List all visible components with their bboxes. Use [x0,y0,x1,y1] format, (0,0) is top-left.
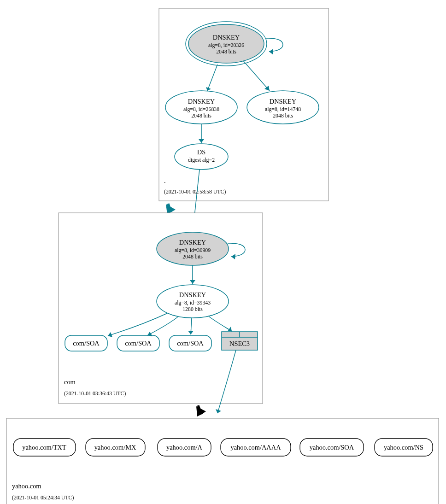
dnssec-graph: . (2021-10-01 02:58:58 UTC) DNSKEY alg=8… [0,0,446,504]
svg-text:yahoo.com/NS: yahoo.com/NS [384,444,423,451]
svg-text:DNSKEY: DNSKEY [213,34,240,41]
svg-text:2048 bits: 2048 bits [182,253,203,260]
zone-yahoo-label: yahoo.com [12,482,41,490]
svg-text:digest alg=2: digest alg=2 [188,157,215,163]
com-soa-1: com/SOA [65,335,107,351]
svg-text:yahoo.com/A: yahoo.com/A [166,444,203,451]
com-soa-2: com/SOA [117,335,159,351]
svg-marker-48 [196,406,206,416]
root-zsk: DNSKEY alg=8, id=26838 2048 bits [165,91,237,124]
svg-text:NSEC3: NSEC3 [229,340,250,347]
svg-text:yahoo.com/AAAA: yahoo.com/AAAA [230,444,281,451]
zone-root: . (2021-10-01 02:58:58 UTC) DNSKEY alg=8… [159,8,329,201]
svg-text:DNSKEY: DNSKEY [179,291,206,299]
root-zsk2: DNSKEY alg=8, id=14748 2048 bits [247,91,319,124]
com-soa-3: com/SOA [169,335,211,351]
zone-com-time: (2021-10-01 03:36:43 UTC) [64,390,126,397]
yahoo-rr-4: yahoo.com/SOA [300,439,364,456]
svg-text:yahoo.com/MX: yahoo.com/MX [94,444,136,451]
zone-com-label: com [64,378,76,386]
svg-text:DNSKEY: DNSKEY [270,98,297,105]
com-nsec3: NSEC3 [222,332,258,350]
svg-rect-50 [6,418,439,504]
zone-yahoo: yahoo.com (2021-10-01 05:24:34 UTC) yaho… [6,418,439,504]
zone-root-label: . [164,177,166,184]
yahoo-rr-3: yahoo.com/AAAA [221,439,291,456]
zone-com: com (2021-10-01 03:36:43 UTC) DNSKEY alg… [59,213,263,404]
svg-text:com/SOA: com/SOA [73,340,100,347]
svg-text:DNSKEY: DNSKEY [188,98,215,105]
svg-text:alg=8, id=14748: alg=8, id=14748 [265,106,301,112]
yahoo-rr-1: yahoo.com/MX [86,439,145,456]
svg-text:com/SOA: com/SOA [177,340,204,347]
svg-text:yahoo.com/SOA: yahoo.com/SOA [310,444,354,451]
zone-root-time: (2021-10-01 02:58:58 UTC) [164,188,226,195]
svg-text:2048 bits: 2048 bits [216,48,236,55]
yahoo-rr-5: yahoo.com/NS [375,439,433,456]
svg-text:DS: DS [197,148,205,156]
svg-text:2048 bits: 2048 bits [273,112,293,119]
svg-text:1280 bits: 1280 bits [182,306,203,312]
root-ds: DS digest alg=2 [175,144,228,170]
svg-text:alg=8, id=30909: alg=8, id=30909 [175,247,211,253]
svg-text:alg=8, id=20326: alg=8, id=20326 [208,42,244,48]
zone-yahoo-time: (2021-10-01 05:24:34 UTC) [12,494,74,501]
svg-text:alg=8, id=26838: alg=8, id=26838 [183,106,219,112]
svg-text:yahoo.com/TXT: yahoo.com/TXT [22,444,66,451]
com-zsk: DNSKEY alg=8, id=39343 1280 bits [157,285,229,318]
svg-text:alg=8, id=39343: alg=8, id=39343 [175,299,211,306]
svg-text:com/SOA: com/SOA [125,340,152,347]
yahoo-rr-2: yahoo.com/A [158,439,211,456]
svg-text:DNSKEY: DNSKEY [179,239,206,246]
yahoo-rr-0: yahoo.com/TXT [13,439,76,456]
svg-text:2048 bits: 2048 bits [191,112,211,119]
